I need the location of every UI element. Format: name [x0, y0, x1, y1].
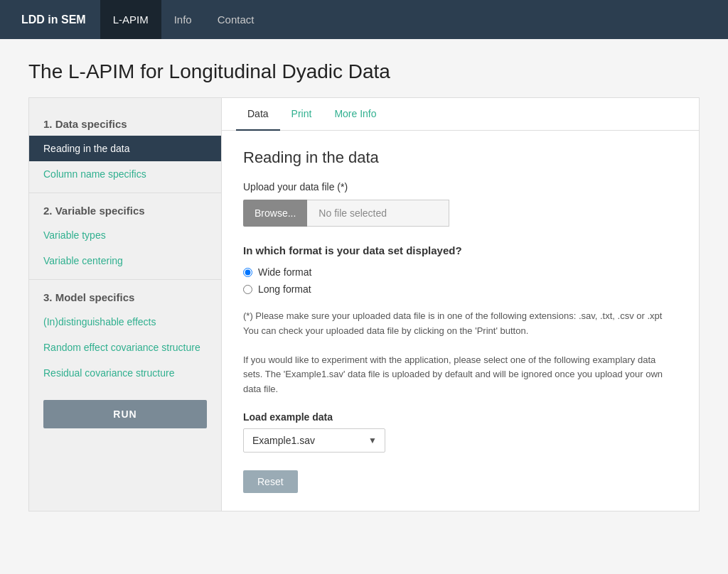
page-container: The L-APIM for Longitudinal Dyadic Data …: [0, 39, 728, 533]
sidebar-item-variable-types[interactable]: Variable types: [29, 222, 221, 248]
sidebar-item-column-name-specifics[interactable]: Column name specifics: [29, 161, 221, 187]
run-button-container: RUN: [29, 386, 221, 443]
radio-wide-format-input[interactable]: [243, 268, 252, 277]
example-select-container: Example1.sav Example2.sav Example3.sav ▼: [243, 428, 385, 453]
sidebar-section-2-title: 2. Variable specifics: [29, 199, 221, 222]
sidebar-item-variable-centering[interactable]: Variable centering: [29, 248, 221, 274]
section-title: Reading in the data: [243, 148, 678, 167]
radio-long-format-label: Long format: [258, 283, 311, 295]
navbar-item-info[interactable]: Info: [161, 0, 205, 39]
run-button[interactable]: RUN: [43, 400, 207, 428]
note-text: (*) Please make sure your uploaded data …: [243, 309, 678, 339]
tab-more-info[interactable]: More Info: [323, 98, 387, 131]
sidebar-divider-2: [29, 279, 221, 280]
radio-long-format[interactable]: Long format: [243, 283, 678, 295]
sidebar-divider-1: [29, 193, 221, 193]
sidebar-item-indistinguishable[interactable]: (In)distinguishable effects: [29, 309, 221, 335]
navbar-item-contact[interactable]: Contact: [205, 0, 267, 39]
page-title: The L-APIM for Longitudinal Dyadic Data: [28, 60, 700, 83]
format-radio-group: Wide format Long format: [243, 266, 678, 295]
sidebar-section-3-title: 3. Model specifics: [29, 286, 221, 309]
content-area: Reading in the data Upload your data fil…: [222, 131, 699, 511]
reset-button[interactable]: Reset: [243, 470, 298, 493]
sidebar-item-residual[interactable]: Residual covariance structure: [29, 360, 221, 386]
experiment-text: If you would like to experiment with the…: [243, 353, 678, 397]
sidebar-section-1-title: 1. Data specifics: [29, 112, 221, 136]
tabs: Data Print More Info: [222, 98, 699, 131]
main-layout: 1. Data specifics Reading in the data Co…: [28, 97, 700, 511]
tab-data[interactable]: Data: [236, 98, 280, 131]
navbar-brand: LDD in SEM: [14, 13, 93, 26]
tab-print[interactable]: Print: [280, 98, 323, 131]
radio-long-format-input[interactable]: [243, 285, 252, 294]
upload-label: Upload your data file (*): [243, 181, 678, 193]
navbar: LDD in SEM L-APIM Info Contact: [0, 0, 728, 39]
radio-wide-format[interactable]: Wide format: [243, 266, 678, 278]
format-label: In which format is your data set display…: [243, 244, 678, 256]
content-panel: Data Print More Info Reading in the data…: [221, 98, 699, 511]
sidebar: 1. Data specifics Reading in the data Co…: [29, 98, 221, 511]
sidebar-item-reading-in-data[interactable]: Reading in the data: [29, 136, 221, 161]
example-select[interactable]: Example1.sav Example2.sav Example3.sav: [243, 428, 385, 453]
browse-button[interactable]: Browse...: [243, 200, 307, 227]
sidebar-item-random-effect[interactable]: Random effect covariance structure: [29, 335, 221, 360]
radio-wide-format-label: Wide format: [258, 266, 311, 278]
file-name-display: No file selected: [307, 200, 449, 227]
load-example-label: Load example data: [243, 411, 678, 423]
file-upload-row: Browse... No file selected: [243, 200, 678, 227]
navbar-item-lapim[interactable]: L-APIM: [100, 0, 161, 39]
